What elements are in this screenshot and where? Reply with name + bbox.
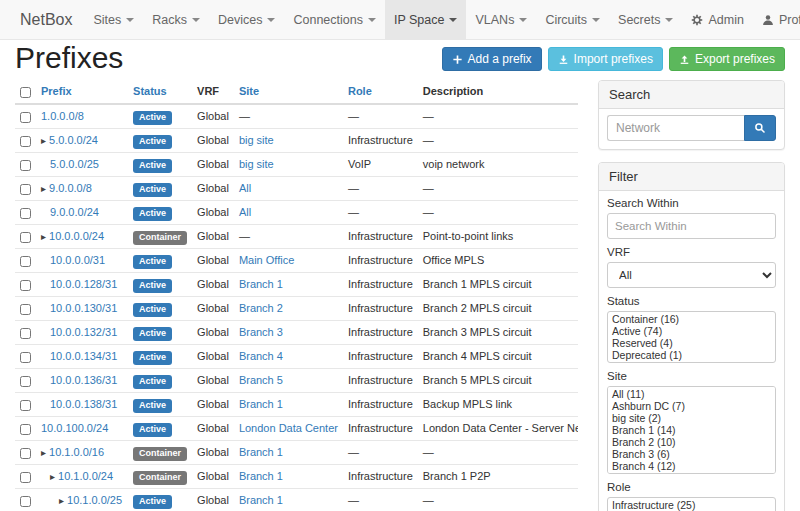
prefix-link[interactable]: 10.0.0.128/31 — [50, 278, 117, 290]
site-link[interactable]: big site — [239, 158, 274, 170]
prefix-link[interactable]: 10.1.0.0/16 — [49, 446, 104, 458]
nav-item-vlans[interactable]: VLANs — [466, 0, 536, 39]
column-sort-link[interactable]: Site — [239, 85, 259, 97]
site-link[interactable]: Branch 1 — [239, 278, 283, 290]
nav-item-secrets[interactable]: Secrets — [609, 0, 682, 39]
row-checkbox[interactable] — [20, 400, 31, 411]
site-link[interactable]: London Data Center — [239, 422, 338, 434]
row-checkbox[interactable] — [20, 472, 31, 483]
prefix-link[interactable]: 1.0.0.0/8 — [41, 110, 84, 122]
prefix-link[interactable]: 9.0.0.0/24 — [50, 206, 99, 218]
select-all-checkbox[interactable] — [20, 87, 31, 98]
filter-option[interactable]: Infrastructure (25) — [608, 499, 775, 511]
export-prefixes-button[interactable]: Export prefixes — [669, 47, 785, 71]
row-checkbox[interactable] — [20, 328, 31, 339]
row-checkbox[interactable] — [20, 376, 31, 387]
filter-fields: Search WithinVRFAllStatusContainer (16)A… — [599, 191, 784, 511]
column-sort-link[interactable]: Prefix — [41, 85, 72, 97]
nav-item-racks[interactable]: Racks — [143, 0, 209, 39]
prefix-link[interactable]: 10.0.0.130/31 — [50, 302, 117, 314]
checkbox-cell — [15, 344, 36, 368]
site-link[interactable]: big site — [239, 134, 274, 146]
filter-listbox-status[interactable]: Container (16)Active (74)Reserved (4)Dep… — [607, 311, 776, 363]
filter-field-role: RoleInfrastructure (25)Management (8)Pri… — [607, 481, 776, 511]
search-button[interactable] — [744, 115, 776, 141]
prefix-link[interactable]: 10.0.100.0/24 — [41, 422, 108, 434]
row-checkbox[interactable] — [20, 280, 31, 291]
add-a-prefix-button[interactable]: Add a prefix — [442, 47, 542, 71]
row-checkbox[interactable] — [20, 112, 31, 123]
row-checkbox[interactable] — [20, 160, 31, 171]
site-link[interactable]: Branch 5 — [239, 374, 283, 386]
prefix-link[interactable]: 10.0.0.134/31 — [50, 350, 117, 362]
filter-input-search-within[interactable] — [607, 213, 776, 239]
search-input[interactable] — [607, 115, 744, 141]
row-checkbox[interactable] — [20, 352, 31, 363]
import-prefixes-button[interactable]: Import prefixes — [548, 47, 663, 71]
site-link[interactable]: Branch 1 — [239, 398, 283, 410]
prefix-link[interactable]: 10.0.0.0/24 — [49, 230, 104, 242]
row-checkbox[interactable] — [20, 448, 31, 459]
app-brand[interactable]: NetBox — [8, 0, 84, 39]
filter-option[interactable]: Deprecated (1) — [608, 349, 775, 361]
site-link[interactable]: Branch 1 — [239, 470, 283, 482]
prefix-link[interactable]: 10.1.0.0/25 — [67, 494, 122, 506]
tree-indent — [41, 335, 50, 336]
status-badge: Active — [133, 399, 172, 413]
filter-option[interactable]: Branch 4 (12) — [608, 460, 775, 472]
filter-option[interactable]: Container (16) — [608, 313, 775, 325]
row-checkbox[interactable] — [20, 496, 31, 507]
row-checkbox[interactable] — [20, 256, 31, 267]
filter-option[interactable]: Active (74) — [608, 325, 775, 337]
site-link[interactable]: Branch 2 — [239, 302, 283, 314]
prefix-link[interactable]: 10.1.0.0/24 — [58, 470, 113, 482]
filter-listbox-site[interactable]: All (11)Ashburn DC (7)big site (2)Branch… — [607, 386, 776, 474]
filter-option[interactable]: Branch 1 (14) — [608, 424, 775, 436]
site-link[interactable]: All — [239, 182, 251, 194]
vrf-cell: Global — [192, 440, 234, 464]
filter-option[interactable]: All (11) — [608, 388, 775, 400]
prefix-link[interactable]: 10.0.0.138/31 — [50, 398, 117, 410]
nav-item-sites[interactable]: Sites — [84, 0, 143, 39]
filter-option[interactable]: Branch 2 (10) — [608, 436, 775, 448]
site-link[interactable]: Branch 4 — [239, 350, 283, 362]
nav-item-circuits[interactable]: Circuits — [536, 0, 609, 39]
site-link[interactable]: Branch 3 — [239, 326, 283, 338]
filter-option[interactable]: Branch 3 (6) — [608, 448, 775, 460]
filter-select-vrf[interactable]: All — [607, 262, 776, 288]
filter-option[interactable]: Branch 5 (7) — [608, 472, 775, 474]
filter-option[interactable]: big site (2) — [608, 412, 775, 424]
site-link[interactable]: All — [239, 206, 251, 218]
site-link[interactable]: Branch 1 — [239, 446, 283, 458]
table-row: 10.0.0.128/31ActiveGlobalBranch 1Infrast… — [15, 272, 578, 296]
prefix-link[interactable]: 10.0.0.132/31 — [50, 326, 117, 338]
site-cell: — — [234, 104, 343, 129]
column-sort-link[interactable]: Role — [348, 85, 372, 97]
row-checkbox[interactable] — [20, 304, 31, 315]
row-checkbox[interactable] — [20, 184, 31, 195]
prefix-link[interactable]: 5.0.0.0/25 — [50, 158, 99, 170]
filter-listbox-role[interactable]: Infrastructure (25)Management (8)Private… — [607, 497, 776, 511]
filter-option[interactable]: Reserved (4) — [608, 337, 775, 349]
checkbox-cell — [15, 488, 36, 511]
prefix-link[interactable]: 10.0.0.136/31 — [50, 374, 117, 386]
row-checkbox[interactable] — [20, 136, 31, 147]
site-link[interactable]: Branch 1 — [239, 494, 283, 506]
row-checkbox[interactable] — [20, 208, 31, 219]
site-link[interactable]: Main Office — [239, 254, 294, 266]
prefix-link[interactable]: 9.0.0.0/8 — [49, 182, 92, 194]
nav-item-ip-space[interactable]: IP Space — [385, 0, 467, 39]
status-cell: Active — [128, 344, 192, 368]
prefix-table: PrefixStatusVRFSiteRoleDescription 1.0.0… — [15, 80, 578, 511]
nav-item-connections[interactable]: Connections — [284, 0, 385, 39]
filter-option[interactable]: Ashburn DC (7) — [608, 400, 775, 412]
column-sort-link[interactable]: Status — [133, 85, 167, 97]
nav-item-admin[interactable]: Admin — [682, 0, 752, 39]
row-checkbox[interactable] — [20, 424, 31, 435]
nav-item-devices[interactable]: Devices — [209, 0, 284, 39]
prefix-link[interactable]: 5.0.0.0/24 — [49, 134, 98, 146]
nav-item-profile[interactable]: Profile — [753, 0, 800, 39]
tree-indent — [41, 311, 50, 312]
prefix-link[interactable]: 10.0.0.0/31 — [50, 254, 105, 266]
row-checkbox[interactable] — [20, 232, 31, 243]
